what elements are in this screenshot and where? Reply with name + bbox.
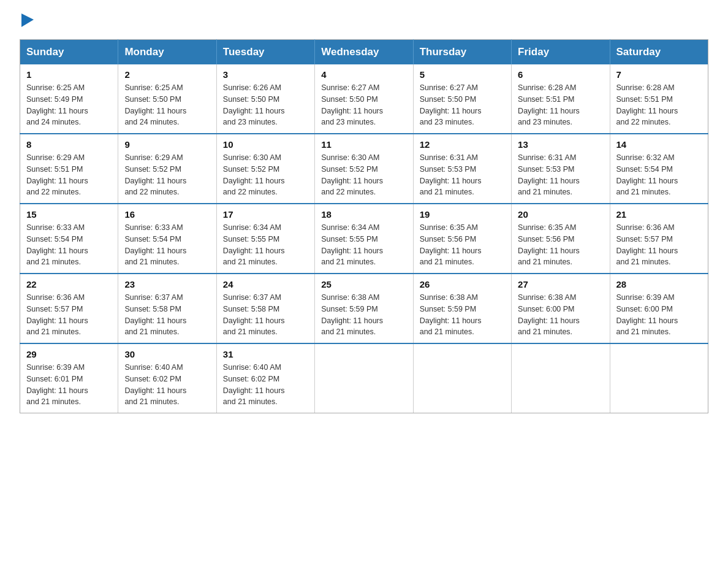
calendar-cell: 10 Sunrise: 6:30 AMSunset: 5:52 PMDaylig… [216, 134, 314, 204]
day-info: Sunrise: 6:40 AMSunset: 6:02 PMDaylight:… [223, 363, 285, 406]
calendar-cell: 28 Sunrise: 6:39 AMSunset: 6:00 PMDaylig… [610, 274, 708, 343]
calendar-cell: 11 Sunrise: 6:30 AMSunset: 5:52 PMDaylig… [315, 134, 413, 204]
day-info: Sunrise: 6:29 AMSunset: 5:51 PMDaylight:… [26, 153, 88, 196]
day-number: 17 [223, 209, 308, 220]
calendar-cell: 20 Sunrise: 6:35 AMSunset: 5:56 PMDaylig… [512, 204, 610, 274]
day-info: Sunrise: 6:34 AMSunset: 5:55 PMDaylight:… [321, 223, 383, 266]
day-info: Sunrise: 6:38 AMSunset: 5:59 PMDaylight:… [420, 293, 482, 336]
day-info: Sunrise: 6:25 AMSunset: 5:50 PMDaylight:… [124, 83, 186, 126]
day-number: 5 [420, 69, 505, 80]
calendar-cell: 6 Sunrise: 6:28 AMSunset: 5:51 PMDayligh… [512, 64, 610, 134]
calendar-cell: 25 Sunrise: 6:38 AMSunset: 5:59 PMDaylig… [315, 274, 413, 343]
calendar-week-row: 15 Sunrise: 6:33 AMSunset: 5:54 PMDaylig… [20, 204, 708, 274]
calendar-cell: 18 Sunrise: 6:34 AMSunset: 5:55 PMDaylig… [315, 204, 413, 274]
day-info: Sunrise: 6:37 AMSunset: 5:58 PMDaylight:… [124, 293, 186, 336]
day-number: 14 [616, 139, 702, 150]
calendar-week-row: 8 Sunrise: 6:29 AMSunset: 5:51 PMDayligh… [20, 134, 708, 204]
day-number: 8 [26, 139, 112, 150]
day-info: Sunrise: 6:31 AMSunset: 5:53 PMDaylight:… [518, 153, 580, 196]
day-number: 25 [321, 279, 406, 289]
calendar-week-row: 22 Sunrise: 6:36 AMSunset: 5:57 PMDaylig… [20, 274, 708, 343]
day-number: 22 [26, 279, 112, 289]
day-number: 21 [616, 209, 702, 220]
logo [20, 15, 34, 29]
day-number: 15 [26, 209, 112, 220]
day-info: Sunrise: 6:34 AMSunset: 5:55 PMDaylight:… [223, 223, 285, 266]
calendar-cell: 15 Sunrise: 6:33 AMSunset: 5:54 PMDaylig… [20, 204, 118, 274]
weekday-header-saturday: Saturday [610, 40, 708, 65]
calendar-cell [610, 343, 708, 413]
weekday-header-thursday: Thursday [413, 40, 511, 65]
day-info: Sunrise: 6:38 AMSunset: 6:00 PMDaylight:… [518, 293, 580, 336]
day-number: 27 [518, 279, 603, 289]
day-number: 10 [223, 139, 308, 150]
calendar-cell: 3 Sunrise: 6:26 AMSunset: 5:50 PMDayligh… [216, 64, 314, 134]
weekday-header-wednesday: Wednesday [315, 40, 413, 65]
weekday-header-friday: Friday [512, 40, 610, 65]
day-number: 3 [223, 69, 308, 80]
calendar-cell: 23 Sunrise: 6:37 AMSunset: 5:58 PMDaylig… [118, 274, 216, 343]
day-number: 26 [420, 279, 505, 289]
day-info: Sunrise: 6:26 AMSunset: 5:50 PMDaylight:… [223, 83, 285, 126]
day-number: 28 [616, 279, 702, 289]
calendar-cell: 22 Sunrise: 6:36 AMSunset: 5:57 PMDaylig… [20, 274, 118, 343]
day-info: Sunrise: 6:25 AMSunset: 5:49 PMDaylight:… [26, 83, 88, 126]
day-number: 29 [26, 349, 112, 359]
calendar-cell: 9 Sunrise: 6:29 AMSunset: 5:52 PMDayligh… [118, 134, 216, 204]
day-info: Sunrise: 6:29 AMSunset: 5:52 PMDaylight:… [124, 153, 186, 196]
calendar-cell: 24 Sunrise: 6:37 AMSunset: 5:58 PMDaylig… [216, 274, 314, 343]
day-number: 11 [321, 139, 406, 150]
calendar-cell: 19 Sunrise: 6:35 AMSunset: 5:56 PMDaylig… [413, 204, 511, 274]
day-info: Sunrise: 6:35 AMSunset: 5:56 PMDaylight:… [420, 223, 482, 266]
calendar-cell: 5 Sunrise: 6:27 AMSunset: 5:50 PMDayligh… [413, 64, 511, 134]
day-info: Sunrise: 6:36 AMSunset: 5:57 PMDaylight:… [26, 293, 88, 336]
logo-arrow-icon [21, 13, 34, 29]
calendar-cell: 21 Sunrise: 6:36 AMSunset: 5:57 PMDaylig… [610, 204, 708, 274]
calendar-week-row: 29 Sunrise: 6:39 AMSunset: 6:01 PMDaylig… [20, 343, 708, 413]
day-number: 20 [518, 209, 603, 220]
day-info: Sunrise: 6:27 AMSunset: 5:50 PMDaylight:… [420, 83, 482, 126]
day-info: Sunrise: 6:27 AMSunset: 5:50 PMDaylight:… [321, 83, 383, 126]
day-number: 13 [518, 139, 603, 150]
day-info: Sunrise: 6:30 AMSunset: 5:52 PMDaylight:… [321, 153, 383, 196]
day-number: 19 [420, 209, 505, 220]
calendar-cell: 14 Sunrise: 6:32 AMSunset: 5:54 PMDaylig… [610, 134, 708, 204]
day-number: 2 [124, 69, 210, 80]
day-info: Sunrise: 6:31 AMSunset: 5:53 PMDaylight:… [420, 153, 482, 196]
day-info: Sunrise: 6:35 AMSunset: 5:56 PMDaylight:… [518, 223, 580, 266]
calendar-cell: 7 Sunrise: 6:28 AMSunset: 5:51 PMDayligh… [610, 64, 708, 134]
calendar-cell [315, 343, 413, 413]
calendar-week-row: 1 Sunrise: 6:25 AMSunset: 5:49 PMDayligh… [20, 64, 708, 134]
day-info: Sunrise: 6:37 AMSunset: 5:58 PMDaylight:… [223, 293, 285, 336]
calendar-cell: 17 Sunrise: 6:34 AMSunset: 5:55 PMDaylig… [216, 204, 314, 274]
day-info: Sunrise: 6:39 AMSunset: 6:00 PMDaylight:… [616, 293, 678, 336]
day-info: Sunrise: 6:30 AMSunset: 5:52 PMDaylight:… [223, 153, 285, 196]
day-number: 12 [420, 139, 505, 150]
calendar-cell: 13 Sunrise: 6:31 AMSunset: 5:53 PMDaylig… [512, 134, 610, 204]
calendar-cell: 12 Sunrise: 6:31 AMSunset: 5:53 PMDaylig… [413, 134, 511, 204]
day-info: Sunrise: 6:39 AMSunset: 6:01 PMDaylight:… [26, 363, 88, 406]
day-number: 1 [26, 69, 112, 80]
calendar-cell: 26 Sunrise: 6:38 AMSunset: 5:59 PMDaylig… [413, 274, 511, 343]
day-number: 24 [223, 279, 308, 289]
day-info: Sunrise: 6:28 AMSunset: 5:51 PMDaylight:… [616, 83, 678, 126]
day-number: 23 [124, 279, 210, 289]
day-info: Sunrise: 6:38 AMSunset: 5:59 PMDaylight:… [321, 293, 383, 336]
calendar-cell [512, 343, 610, 413]
calendar-cell [413, 343, 511, 413]
day-number: 16 [124, 209, 210, 220]
day-info: Sunrise: 6:33 AMSunset: 5:54 PMDaylight:… [124, 223, 186, 266]
calendar-cell: 30 Sunrise: 6:40 AMSunset: 6:02 PMDaylig… [118, 343, 216, 413]
day-number: 6 [518, 69, 603, 80]
calendar-cell: 8 Sunrise: 6:29 AMSunset: 5:51 PMDayligh… [20, 134, 118, 204]
day-number: 18 [321, 209, 406, 220]
day-info: Sunrise: 6:28 AMSunset: 5:51 PMDaylight:… [518, 83, 580, 126]
day-info: Sunrise: 6:36 AMSunset: 5:57 PMDaylight:… [616, 223, 678, 266]
calendar-cell: 29 Sunrise: 6:39 AMSunset: 6:01 PMDaylig… [20, 343, 118, 413]
calendar-cell: 16 Sunrise: 6:33 AMSunset: 5:54 PMDaylig… [118, 204, 216, 274]
page-header [20, 15, 708, 29]
day-info: Sunrise: 6:33 AMSunset: 5:54 PMDaylight:… [26, 223, 88, 266]
weekday-header-monday: Monday [118, 40, 216, 65]
day-number: 7 [616, 69, 702, 80]
day-info: Sunrise: 6:32 AMSunset: 5:54 PMDaylight:… [616, 153, 678, 196]
